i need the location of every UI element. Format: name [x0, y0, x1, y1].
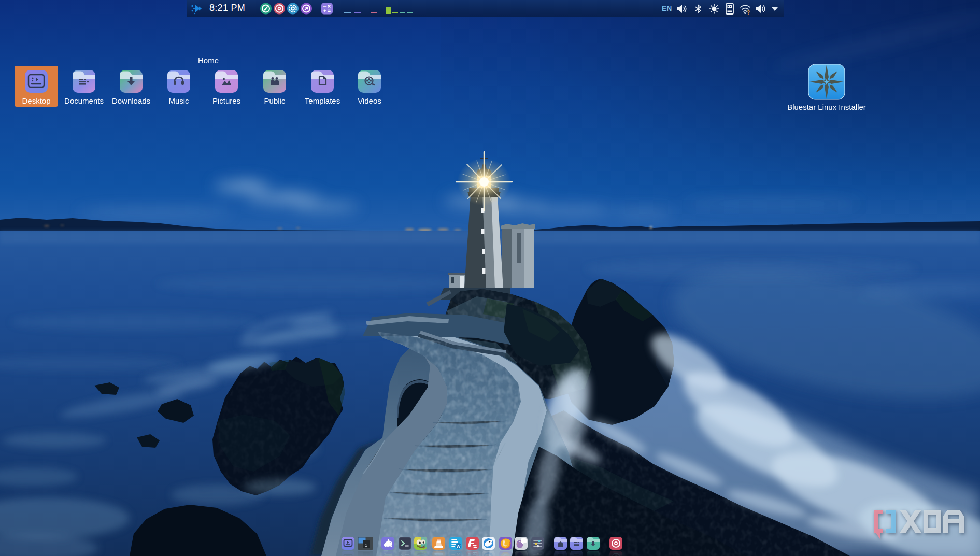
svg-text:Videos: Videos: [358, 96, 381, 105]
svg-text:Bluestar Linux Installer: Bluestar Linux Installer: [788, 103, 866, 111]
svg-text:Downloads: Downloads: [112, 96, 150, 105]
svg-text:?: ?: [747, 10, 750, 15]
svg-text:W: W: [457, 544, 461, 549]
svg-text:Desktop: Desktop: [22, 96, 50, 105]
svg-text:Pictures: Pictures: [212, 96, 240, 105]
svg-text:Public: Public: [264, 96, 286, 105]
svg-text:Templates: Templates: [305, 96, 340, 105]
svg-text:1: 1: [365, 543, 367, 548]
svg-text:Documents: Documents: [64, 96, 104, 105]
svg-text:Home: Home: [198, 56, 219, 65]
svg-text:Music: Music: [168, 96, 189, 105]
